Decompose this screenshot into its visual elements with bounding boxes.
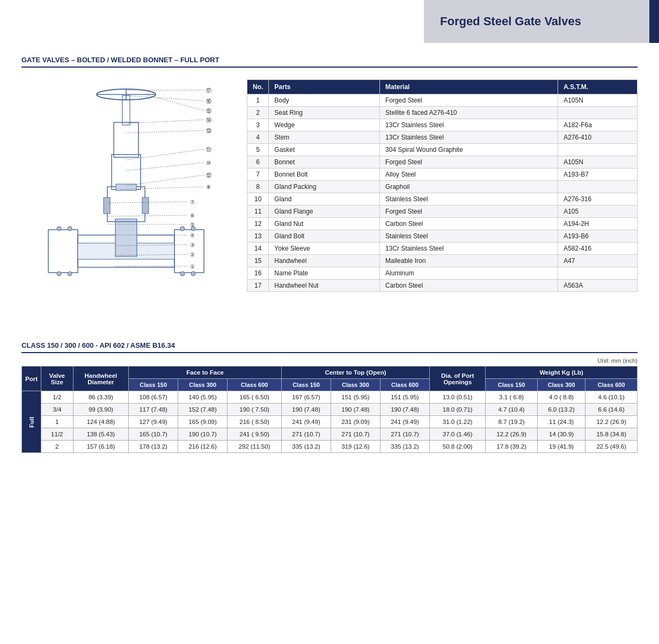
dim-data-cell: 11 (24.3) (537, 416, 585, 428)
svg-text:⑫: ⑫ (206, 172, 211, 178)
svg-line-37 (126, 175, 204, 186)
dim-data-cell: 37.0 (1.46) (429, 428, 485, 441)
dim-data-cell: 4.7 (10.4) (486, 404, 537, 416)
parts-row: 2Seat RingStellite 6 faced A276-410 (247, 107, 638, 119)
svg-line-35 (126, 163, 204, 171)
parts-cell: 17 (247, 280, 269, 292)
parts-cell: Gasket (269, 144, 380, 156)
parts-cell: 13Cr Stainless Steel (380, 243, 558, 255)
parts-cell: A194-2H (558, 218, 638, 230)
svg-rect-13 (104, 197, 110, 214)
section1-title: GATE VALVES – BOLTED / WELDED BONNET – F… (21, 56, 638, 68)
parts-cell: Gland Bolt (269, 230, 380, 243)
dim-data-cell: 3.1 ( 6.8) (486, 391, 537, 404)
parts-row: 15HandwheelMalleable IronA47 (247, 255, 638, 267)
svg-rect-14 (142, 197, 149, 214)
dim-data-cell: 50.8 (2.00) (429, 441, 485, 453)
parts-row: 3Wedge13Cr Stainless SteelA182-F6a (247, 119, 638, 131)
parts-cell: 11 (247, 206, 269, 218)
parts-cell: 1 (247, 94, 269, 107)
dim-data-cell: 4.0 ( 8.8) (537, 391, 585, 404)
dim-data-cell: 292 (11.50) (228, 441, 282, 453)
parts-cell: Gland Packing (269, 181, 380, 193)
dim-row: Full1/286 (3.39)108 (6.57)140 (5.95)165 … (22, 391, 638, 404)
dim-data-cell: 17.8 (39.2) (486, 441, 537, 453)
dim-data-cell: 271 (10.7) (331, 428, 380, 441)
dim-col-center-to-top: Center to Top (Open) (282, 367, 430, 379)
dim-data-cell: 271 (10.7) (282, 428, 331, 441)
dim-data-cell: 157 (6.18) (73, 441, 129, 453)
parts-cell: Stainless Steel (380, 193, 558, 206)
parts-cell: Gland (269, 193, 380, 206)
parts-table: No. Parts Material A.S.T.M. 1BodyForged … (247, 79, 638, 292)
dim-data-cell: 190 ( 7.50) (228, 404, 282, 416)
dim-data-cell: 1 (41, 416, 74, 428)
dim-col-valve-size: ValveSize (41, 367, 74, 391)
dim-data-cell: 11/2 (41, 428, 74, 441)
dim-data-cell: 165 ( 6.50) (228, 391, 282, 404)
svg-text:①: ① (190, 264, 195, 269)
svg-line-27 (145, 94, 204, 111)
parts-row: 1BodyForged SteelA105N (247, 94, 638, 107)
dim-data-cell: 22.5 (49.6) (585, 441, 638, 453)
dim-data-cell: 13.0 (0.51) (429, 391, 485, 404)
parts-cell: Stem (269, 131, 380, 144)
parts-cell: 16 (247, 267, 269, 280)
svg-rect-1 (174, 230, 204, 273)
section-gate-valves: GATE VALVES – BOLTED / WELDED BONNET – F… (0, 43, 659, 336)
parts-cell: Malleable Iron (380, 255, 558, 267)
svg-point-16 (68, 226, 72, 231)
parts-cell: Handwheel (269, 255, 380, 267)
dim-data-cell: 190 (7.48) (282, 404, 331, 416)
dim-data-cell: 12.2 (26.9) (486, 428, 537, 441)
parts-cell: Body (269, 94, 380, 107)
dim-data-cell: 216 ( 8.50) (228, 416, 282, 428)
svg-line-31 (126, 130, 204, 133)
dim-data-cell: 167 (6.57) (282, 391, 331, 404)
parts-cell: Carbon Steel (380, 218, 558, 230)
parts-cell: A105N (558, 94, 638, 107)
svg-text:③: ③ (190, 242, 195, 248)
dim-data-cell: 319 (12.6) (331, 441, 380, 453)
parts-cell: A582-416 (558, 243, 638, 255)
svg-point-21 (180, 272, 185, 276)
dim-sub-ctt-150: Class 150 (282, 379, 331, 391)
parts-row: 11Gland FlangeForged SteelA105 (247, 206, 638, 218)
dim-sub-face-600: Class 600 (228, 379, 282, 391)
dim-data-cell: 108 (6.57) (129, 391, 178, 404)
dim-data-cell: 15.8 (34.8) (585, 428, 638, 441)
parts-row: 7Bonnet BoltAlloy SteelA193-B7 (247, 169, 638, 181)
dim-port-cell: Full (22, 391, 41, 453)
dim-data-cell: 99 (3.90) (73, 404, 129, 416)
parts-cell: Forged Steel (380, 156, 558, 169)
parts-row: 17Handwheel NutCarbon SteelA563A (247, 280, 638, 292)
parts-cell: Bonnet Bolt (269, 169, 380, 181)
dim-data-cell: 8.7 (19.2) (486, 416, 537, 428)
dim-row: 3/499 (3.90)117 (7.48)152 (7.48)190 ( 7.… (22, 404, 638, 416)
dim-data-cell: 127 (9.49) (129, 416, 178, 428)
parts-row: 13Gland BoltStainless SteelA193-B6 (247, 230, 638, 243)
svg-marker-4 (115, 219, 137, 257)
parts-cell: 13Cr Stainless Steel (380, 119, 558, 131)
svg-text:⑰: ⑰ (206, 87, 211, 93)
parts-cell: 5 (247, 144, 269, 156)
svg-line-43 (108, 215, 188, 216)
dim-data-cell: 241 (9.49) (282, 416, 331, 428)
parts-cell: 15 (247, 255, 269, 267)
dim-sub-ctt-300: Class 300 (331, 379, 380, 391)
section2-title: CLASS 150 / 300 / 600 - API 602 / ASME B… (21, 341, 638, 353)
dim-data-cell: 190 (7.48) (331, 404, 380, 416)
parts-cell: 304 Spiral Wound Graphite (380, 144, 558, 156)
svg-point-15 (57, 226, 61, 231)
svg-text:⑯: ⑯ (206, 98, 211, 104)
parts-cell: A47 (558, 255, 638, 267)
dim-col-face-to-face: Face to Face (129, 367, 282, 379)
dim-data-cell: 165 (10.7) (129, 428, 178, 441)
svg-text:⑥: ⑥ (190, 213, 195, 218)
parts-cell: Gland Flange (269, 206, 380, 218)
parts-row: 14Yoke Sleeve13Cr Stainless SteelA582-41… (247, 243, 638, 255)
dim-row: 11/2138 (5.43)165 (10.7)190 (10.7)241 ( … (22, 428, 638, 441)
parts-cell (558, 181, 638, 193)
parts-row: 16Name PlateAluminum (247, 267, 638, 280)
dim-data-cell: 190 (10.7) (178, 428, 228, 441)
